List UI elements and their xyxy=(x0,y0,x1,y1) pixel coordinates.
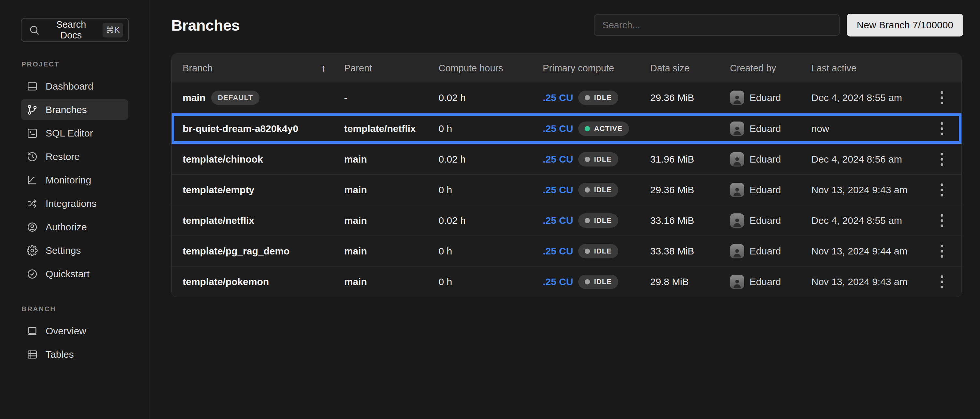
compute-hours-cell: 0.02 h xyxy=(439,154,466,164)
search-docs-button[interactable]: Search Docs ⌘K xyxy=(21,18,129,42)
overview-icon xyxy=(27,325,38,336)
compute-units: .25 CU xyxy=(543,276,573,287)
last-active-cell: Dec 4, 2024 8:55 am xyxy=(811,92,902,103)
last-active-cell: Nov 13, 2024 9:43 am xyxy=(811,276,907,287)
parent-cell: main xyxy=(344,215,367,226)
search-icon xyxy=(29,24,40,35)
topbar: Branches New Branch 7/100000 xyxy=(171,14,963,37)
table-row[interactable]: template/empty main 0 h .25 CU IDLE 29.3… xyxy=(172,174,961,205)
compute-units: .25 CU xyxy=(543,154,573,165)
column-header-last-active[interactable]: Last active xyxy=(811,63,922,73)
column-header-parent[interactable]: Parent xyxy=(344,63,439,73)
sidebar-item-overview[interactable]: Overview xyxy=(21,320,128,341)
sidebar-item-settings[interactable]: Settings xyxy=(21,240,128,261)
idle-dot-icon xyxy=(585,218,590,223)
row-menu-button[interactable] xyxy=(933,119,951,138)
idle-dot-icon xyxy=(585,157,590,162)
parent-cell: main xyxy=(344,185,367,195)
search-docs-label: Search Docs xyxy=(46,19,97,41)
row-menu-button[interactable] xyxy=(933,212,951,230)
compute-hours-cell: 0.02 h xyxy=(439,215,466,226)
sidebar-item-tables[interactable]: Tables xyxy=(21,344,128,365)
created-by-cell: Eduard xyxy=(749,154,781,165)
table-header-row: Branch ↑ Parent Compute hours Primary co… xyxy=(172,54,961,83)
data-size-cell: 31.96 MiB xyxy=(650,154,694,164)
branches-table: Branch ↑ Parent Compute hours Primary co… xyxy=(171,53,962,297)
user-circle-icon xyxy=(27,221,38,233)
default-badge: DEFAULT xyxy=(211,91,259,105)
row-menu-button[interactable] xyxy=(933,273,951,291)
compute-hours-cell: 0.02 h xyxy=(439,92,466,103)
compute-hours-cell: 0 h xyxy=(439,185,452,195)
created-by-cell: Eduard xyxy=(749,276,781,287)
compute-units: .25 CU xyxy=(543,246,573,257)
parent-cell: main xyxy=(344,154,367,164)
shortcut-badge: ⌘K xyxy=(103,23,123,37)
gear-icon xyxy=(27,245,38,256)
row-menu-button[interactable] xyxy=(933,242,951,260)
sidebar-item-integrations[interactable]: Integrations xyxy=(21,193,128,214)
sidebar-item-label: Authorize xyxy=(46,221,87,233)
sidebar-item-label: SQL Editor xyxy=(46,128,93,139)
sidebar-item-dashboard[interactable]: Dashboard xyxy=(21,76,128,96)
column-header-primary-compute[interactable]: Primary compute xyxy=(543,63,650,73)
chart-icon xyxy=(27,175,38,186)
sidebar-item-sql-editor[interactable]: SQL Editor xyxy=(21,123,128,143)
avatar xyxy=(730,183,744,197)
sidebar-item-monitoring[interactable]: Monitoring xyxy=(21,170,128,190)
terminal-icon xyxy=(27,128,38,139)
last-active-cell: Dec 4, 2024 8:55 am xyxy=(811,215,902,226)
project-nav: Dashboard Branches SQL Editor Restore Mo… xyxy=(21,76,138,284)
sidebar-item-label: Settings xyxy=(46,245,81,256)
row-menu-button[interactable] xyxy=(933,181,951,199)
idle-dot-icon xyxy=(585,249,590,254)
sidebar-item-quickstart[interactable]: Quickstart xyxy=(21,264,128,284)
sidebar-item-branches[interactable]: Branches xyxy=(21,99,128,120)
data-size-cell: 29.36 MiB xyxy=(650,92,694,103)
parent-cell: main xyxy=(344,276,367,287)
compute-units: .25 CU xyxy=(543,123,573,134)
sidebar-item-authorize[interactable]: Authorize xyxy=(21,217,128,237)
row-menu-button[interactable] xyxy=(933,89,951,107)
compute-units: .25 CU xyxy=(543,185,573,196)
last-active-cell: Nov 13, 2024 9:43 am xyxy=(811,185,907,195)
sidebar-item-label: Restore xyxy=(46,151,80,162)
main-content: Branches New Branch 7/100000 Branch ↑ Pa… xyxy=(150,0,980,419)
data-size-cell: 29.8 MiB xyxy=(650,276,689,287)
column-header-compute-hours[interactable]: Compute hours xyxy=(439,63,543,73)
page-title: Branches xyxy=(171,16,240,34)
table-row[interactable]: template/pg_rag_demo main 0 h .25 CU IDL… xyxy=(172,236,961,266)
table-row-selected[interactable]: br-quiet-dream-a820k4y0 template/netflix… xyxy=(172,113,961,144)
branch-name: template/pokemon xyxy=(183,276,269,287)
created-by-cell: Eduard xyxy=(749,215,781,226)
project-section-label: PROJECT xyxy=(21,60,138,68)
state-badge: IDLE xyxy=(578,152,618,166)
branch-section-label: BRANCH xyxy=(21,305,138,313)
branch-nav: Overview Tables xyxy=(21,320,138,365)
avatar xyxy=(730,121,744,136)
compute-units: .25 CU xyxy=(543,92,573,103)
idle-dot-icon xyxy=(585,187,590,193)
sidebar-item-label: Quickstart xyxy=(46,268,89,280)
row-menu-button[interactable] xyxy=(933,150,951,169)
table-row[interactable]: main DEFAULT - 0.02 h .25 CU IDLE 29.36 … xyxy=(172,83,961,113)
column-header-data-size[interactable]: Data size xyxy=(650,63,730,73)
avatar xyxy=(730,152,744,166)
sidebar-item-restore[interactable]: Restore xyxy=(21,146,128,167)
column-header-branch[interactable]: Branch ↑ xyxy=(172,62,344,73)
sort-ascending-icon[interactable]: ↑ xyxy=(321,62,326,73)
data-size-cell: 33.16 MiB xyxy=(650,215,694,226)
state-badge: IDLE xyxy=(578,91,618,105)
column-header-created-by[interactable]: Created by xyxy=(730,63,811,73)
sidebar: Search Docs ⌘K PROJECT Dashboard Branche… xyxy=(0,0,150,419)
state-badge: IDLE xyxy=(578,275,618,289)
table-row[interactable]: template/pokemon main 0 h .25 CU IDLE 29… xyxy=(172,266,961,297)
compute-hours-cell: 0 h xyxy=(439,246,452,256)
state-badge: IDLE xyxy=(578,183,618,197)
state-badge: IDLE xyxy=(578,244,618,258)
table-row[interactable]: template/chinook main 0.02 h .25 CU IDLE… xyxy=(172,144,961,174)
active-dot-icon xyxy=(585,126,590,131)
new-branch-button[interactable]: New Branch 7/100000 xyxy=(847,14,963,37)
table-row[interactable]: template/netflix main 0.02 h .25 CU IDLE… xyxy=(172,205,961,236)
branches-search-input[interactable] xyxy=(594,14,840,36)
